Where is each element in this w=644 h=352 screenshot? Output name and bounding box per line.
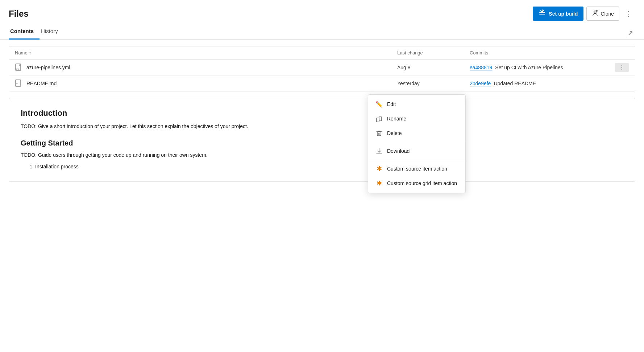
col-commits-label: Commits — [470, 50, 488, 56]
svg-rect-10 — [377, 132, 381, 136]
file-date-yml: Aug 8 — [397, 65, 470, 70]
tab-contents-label: Contents — [10, 28, 34, 34]
md-file-icon: M↓ — [15, 79, 23, 87]
svg-rect-9 — [379, 117, 382, 121]
file-table-header: Name ↑ Last change Commits — [9, 46, 635, 60]
setup-build-icon — [539, 9, 546, 18]
file-date-readme: Yesterday — [397, 81, 470, 86]
edit-icon: ✏️ — [375, 101, 383, 108]
svg-text:M↓: M↓ — [16, 82, 18, 85]
tab-contents[interactable]: Contents — [9, 24, 40, 40]
file-commit-readme: 2bde9efe Updated README — [470, 81, 615, 86]
header-more-button[interactable]: ⋮ — [622, 8, 635, 20]
svg-point-3 — [596, 10, 598, 12]
custom-grid-label: Custom source grid item action — [387, 180, 457, 186]
setup-build-button[interactable]: Set up build — [533, 7, 583, 21]
commit-message-yml: Set up CI with Azure Pipelines — [495, 65, 563, 70]
file-commit-yml: ea488819 Set up CI with Azure Pipelines — [470, 65, 615, 70]
svg-rect-1 — [539, 14, 545, 15]
menu-item-rename[interactable]: Rename — [368, 111, 465, 126]
getting-started-text: TODO: Guide users through getting your c… — [21, 151, 623, 159]
page-title: Files — [9, 9, 29, 19]
intro-text: TODO: Give a short introduction of your … — [21, 122, 623, 130]
col-lastchange-label: Last change — [397, 50, 423, 56]
sort-icon: ↑ — [29, 50, 32, 56]
header-actions: Set up build Clone ⋮ — [533, 7, 635, 21]
col-name-header: Name ↑ — [15, 50, 397, 56]
file-table-container: Name ↑ Last change Commits YML — [9, 46, 635, 91]
commit-hash-readme[interactable]: 2bde9efe — [470, 81, 491, 86]
install-item: Installation process — [35, 162, 623, 171]
table-row[interactable]: YML azure-pipelines.yml Aug 8 ea488819 S… — [9, 60, 635, 76]
commit-hash-yml[interactable]: ea488819 — [470, 65, 492, 70]
custom-source-icon: ✱ — [375, 165, 383, 172]
intro-heading: Introduction — [21, 109, 623, 118]
svg-point-2 — [594, 11, 596, 13]
custom-source-label: Custom source item action — [387, 166, 447, 172]
setup-build-label: Set up build — [549, 11, 578, 17]
download-icon — [375, 147, 383, 155]
table-row[interactable]: M↓ README.md Yesterday 2bde9efe Updated … — [9, 76, 635, 91]
context-menu: ✏️ Edit Rename Delete — [368, 94, 466, 193]
tab-history-label: History — [41, 28, 58, 34]
file-name-cell: M↓ README.md — [15, 79, 397, 87]
file-name-readme: README.md — [26, 81, 57, 86]
menu-item-edit[interactable]: ✏️ Edit — [368, 97, 465, 111]
tabs-left: Contents History — [9, 24, 64, 39]
menu-item-custom-source[interactable]: ✱ Custom source item action — [368, 161, 465, 176]
col-lastchange-header: Last change — [397, 50, 470, 56]
getting-started-heading: Getting Started — [21, 139, 623, 147]
menu-divider-1 — [368, 142, 465, 142]
clone-button[interactable]: Clone — [586, 7, 619, 21]
more-icon: ⋮ — [625, 10, 632, 18]
tabs-bar: Contents History ↗ — [0, 24, 644, 40]
menu-item-download[interactable]: Download — [368, 144, 465, 158]
menu-item-custom-grid[interactable]: ✱ Custom source grid item action — [368, 176, 465, 191]
tab-history[interactable]: History — [40, 24, 64, 40]
row-more-button-yml[interactable]: ⋮ — [615, 63, 629, 72]
delete-icon — [375, 130, 383, 137]
col-commits-header: Commits — [470, 50, 615, 56]
clone-icon — [592, 10, 598, 17]
svg-text:YML: YML — [16, 68, 19, 70]
clone-label: Clone — [601, 11, 614, 17]
commit-message-readme: Updated README — [494, 81, 536, 86]
delete-label: Delete — [387, 130, 402, 136]
custom-grid-icon: ✱ — [375, 180, 383, 187]
rename-label: Rename — [387, 116, 406, 122]
col-name-label: Name — [15, 50, 28, 56]
download-label: Download — [387, 148, 410, 154]
page-header: Files Set up build — [0, 0, 644, 24]
edit-label: Edit — [387, 101, 396, 107]
readme-container: Introduction TODO: Give a short introduc… — [9, 98, 635, 182]
file-name-cell: YML azure-pipelines.yml — [15, 64, 397, 71]
svg-rect-8 — [377, 118, 379, 122]
rename-icon — [375, 115, 383, 122]
yml-file-icon: YML — [15, 64, 23, 71]
menu-item-delete[interactable]: Delete — [368, 126, 465, 140]
expand-icon[interactable]: ↗ — [626, 27, 635, 39]
menu-divider-2 — [368, 160, 465, 160]
file-name-yml: azure-pipelines.yml — [26, 65, 70, 70]
